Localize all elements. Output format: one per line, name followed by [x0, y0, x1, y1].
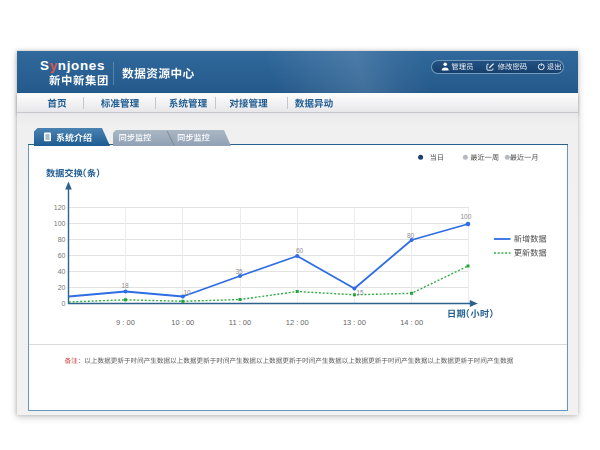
svg-text:80: 80 [58, 236, 66, 243]
svg-text:10: 10 [184, 289, 192, 296]
svg-text:100: 100 [54, 220, 66, 227]
svg-text:15: 15 [357, 289, 365, 296]
svg-text:120: 120 [54, 204, 66, 211]
svg-text:13 : 00: 13 : 00 [343, 318, 366, 327]
svg-text:35: 35 [236, 268, 244, 275]
svg-text:Synjones: Synjones [40, 58, 105, 73]
svg-text:60: 60 [296, 247, 304, 254]
svg-text:40: 40 [58, 268, 66, 275]
svg-text:9 : 00: 9 : 00 [116, 318, 135, 327]
svg-text:10 : 00: 10 : 00 [171, 318, 194, 327]
svg-text:18: 18 [122, 282, 130, 289]
svg-text:20: 20 [58, 284, 66, 291]
svg-text:11 : 00: 11 : 00 [229, 318, 251, 327]
svg-text:0: 0 [62, 300, 66, 307]
svg-text:80: 80 [407, 232, 415, 239]
svg-text:12 : 00: 12 : 00 [286, 318, 309, 327]
svg-text:14 : 00: 14 : 00 [400, 318, 423, 327]
svg-text:60: 60 [58, 252, 66, 259]
svg-text:100: 100 [461, 213, 472, 220]
